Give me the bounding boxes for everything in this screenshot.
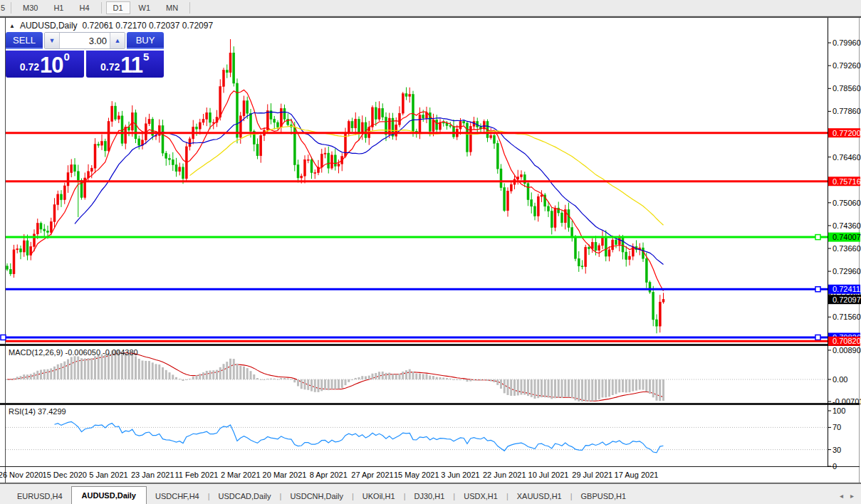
chart-tab-dj30[interactable]: DJ30,H1 xyxy=(406,488,454,504)
svg-text:0.74007: 0.74007 xyxy=(833,233,861,241)
svg-text:0.72960: 0.72960 xyxy=(833,267,861,275)
date-axis: 26 Nov 202015 Dec 20205 Jan 202123 Jan 2… xyxy=(0,471,658,479)
timeframe-button-mn[interactable]: MN xyxy=(159,1,185,14)
svg-text:0.76460: 0.76460 xyxy=(833,153,861,162)
date-tick: 11 Feb 2021 xyxy=(175,471,219,479)
sell-price-big: 10 xyxy=(40,55,63,76)
tab-scroll-left-icon[interactable]: ◂ xyxy=(840,492,843,500)
svg-text:0.008904: 0.008904 xyxy=(833,346,861,355)
sell-button[interactable]: SELL xyxy=(6,32,43,49)
sell-price-sup: 0 xyxy=(63,53,69,61)
sell-price-button[interactable]: 0.72 10 0 xyxy=(6,51,84,78)
chart-window-bg xyxy=(0,16,861,483)
date-tick: 26 Nov 2020 xyxy=(0,471,43,479)
collapse-triangle-icon[interactable]: ▲ xyxy=(9,23,15,29)
tab-scroll-nav: ◂ ▸ xyxy=(840,492,861,504)
symbol-period-label: AUDUSD,Daily xyxy=(20,21,78,31)
volume-spinner: ▼ ▲ xyxy=(44,32,125,49)
svg-text:0.75060: 0.75060 xyxy=(833,199,861,207)
chart-tab-gbpusd[interactable]: GBPUSD,H1 xyxy=(573,488,635,504)
toolbar-separator xyxy=(101,2,102,14)
timeframe-button-w1[interactable]: W1 xyxy=(132,1,158,14)
chart-tab-audusd[interactable]: AUDUSD,Daily xyxy=(71,486,147,504)
date-tick: 20 Mar 2021 xyxy=(263,471,307,479)
chart-tab-eurusd[interactable]: EURUSD,H4 xyxy=(9,488,71,504)
buy-price-big: 11 xyxy=(120,55,142,76)
chart-tab-usdcad[interactable]: USDCAD,Daily xyxy=(210,488,280,504)
svg-text:0.70820: 0.70820 xyxy=(833,337,861,345)
chart-tab-ukoil[interactable]: UKOil,H1 xyxy=(354,488,404,504)
chart-tab-usdx[interactable]: USDX,H1 xyxy=(455,488,506,504)
chart-title-bar: ▲ AUDUSD,Daily 0.72061 0.72170 0.72037 0… xyxy=(9,21,213,31)
date-tick: 2 Mar 2021 xyxy=(221,471,261,479)
timeframe-toolbar: 5 M30H1H4D1W1MN xyxy=(0,0,861,16)
toolbar-separator xyxy=(11,2,11,14)
svg-text:0.77200: 0.77200 xyxy=(833,129,861,137)
volume-decrease-icon[interactable]: ▼ xyxy=(45,33,60,48)
timeframe-button-d1[interactable]: D1 xyxy=(106,1,130,14)
timeframe-button-m30[interactable]: M30 xyxy=(16,1,45,14)
svg-text:30: 30 xyxy=(833,446,841,454)
svg-text:0.71560: 0.71560 xyxy=(833,313,861,321)
timeframe-button-h4[interactable]: H4 xyxy=(72,1,96,14)
date-tick: 3 Jun 2021 xyxy=(441,471,479,479)
date-tick: 17 Aug 2021 xyxy=(615,471,659,479)
buy-button[interactable]: BUY xyxy=(127,32,164,49)
svg-text:100: 100 xyxy=(833,406,845,415)
date-tick: 22 Jun 2021 xyxy=(483,471,526,479)
chart-tab-usdchf[interactable]: USDCHF,H4 xyxy=(147,488,208,504)
svg-text:0.72097: 0.72097 xyxy=(833,295,861,304)
svg-text:0: 0 xyxy=(833,462,837,471)
svg-text:0.75716: 0.75716 xyxy=(833,177,861,186)
timeframe-button-m5-partial[interactable]: 5 xyxy=(0,2,7,14)
svg-text:0.78560: 0.78560 xyxy=(833,84,861,93)
date-tick: 15 Dec 2020 xyxy=(43,471,87,479)
buy-price-sup: 5 xyxy=(143,53,149,61)
svg-text:0.79260: 0.79260 xyxy=(833,61,861,70)
svg-text:70: 70 xyxy=(833,423,841,431)
svg-text:0.00: 0.00 xyxy=(833,375,847,384)
svg-text:0.74360: 0.74360 xyxy=(833,221,861,230)
date-tick: 8 Apr 2021 xyxy=(310,471,348,479)
svg-text:-0.007013: -0.007013 xyxy=(833,397,861,406)
one-click-trade-panel: SELL ▼ ▲ BUY 0.72 10 0 0.72 11 5 xyxy=(6,32,164,78)
date-tick: 29 Jul 2021 xyxy=(572,471,612,479)
timeframe-button-h1[interactable]: H1 xyxy=(46,1,71,14)
sell-price-small: 0.72 xyxy=(20,58,39,76)
volume-increase-icon[interactable]: ▲ xyxy=(110,33,125,48)
toolbar-separator xyxy=(189,2,190,14)
volume-input[interactable] xyxy=(60,33,110,48)
date-tick: 23 Jan 2021 xyxy=(131,471,174,479)
svg-text:0.72411: 0.72411 xyxy=(833,285,860,293)
macd-label: MACD(12,26,9) -0.006050 -0.004380 xyxy=(9,348,138,357)
svg-text:0.79960: 0.79960 xyxy=(833,38,861,47)
date-tick: 5 Jan 2021 xyxy=(89,471,127,479)
buy-price-small: 0.72 xyxy=(100,58,120,76)
svg-text:0.77860: 0.77860 xyxy=(833,107,861,115)
date-tick: 10 Jul 2021 xyxy=(528,471,569,479)
rsi-label: RSI(14) 37.4299 xyxy=(9,407,66,416)
date-tick: 15 May 2021 xyxy=(394,471,439,479)
tab-scroll-right-icon[interactable]: ▸ xyxy=(850,492,854,500)
svg-text:0.73660: 0.73660 xyxy=(833,244,861,253)
ohlc-values: 0.72061 0.72170 0.72037 0.72097 xyxy=(83,21,214,31)
chart-tab-bar: EURUSD,H4AUDUSD,DailyUSDCHF,H4|USDCAD,Da… xyxy=(0,483,861,504)
buy-price-button[interactable]: 0.72 11 5 xyxy=(86,51,165,78)
date-tick: 27 Apr 2021 xyxy=(351,471,393,479)
chart-tab-xauusd[interactable]: XAUUSD,H1 xyxy=(508,488,570,504)
chart-tab-usdcnh[interactable]: USDCNH,Daily xyxy=(281,488,352,504)
